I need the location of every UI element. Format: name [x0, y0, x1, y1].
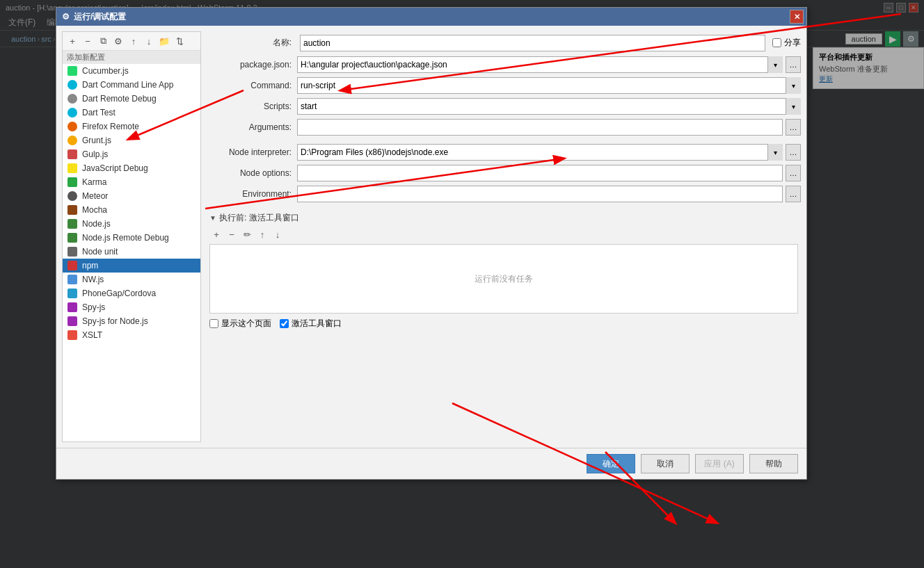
activate-window-checkbox[interactable] — [280, 319, 289, 328]
package-json-input[interactable] — [297, 56, 783, 73]
dart-test-icon — [67, 107, 78, 118]
before-launch-section: ▼ 执行前: 激活工具窗口 + − ✏ ↑ ↓ 运行前没有任务 — [207, 210, 801, 314]
show-page-checkbox[interactable] — [209, 319, 218, 328]
arguments-label: Arguments: — [207, 117, 297, 138]
list-section-header[interactable]: 添加新配置 — [63, 51, 200, 64]
dialog-title-bar: ⚙ 运行/调试配置 ✕ — [56, 8, 806, 26]
cancel-button[interactable]: 取消 — [641, 454, 690, 473]
list-item-dart-cmdline[interactable]: Dart Command Line App — [63, 78, 200, 92]
package-json-browse-button[interactable]: … — [786, 56, 801, 73]
package-json-label: package.json: — [207, 54, 297, 75]
node-options-cell: … — [297, 163, 801, 184]
copy-config-button[interactable]: ⧉ — [96, 34, 110, 48]
js-debug-icon — [67, 163, 78, 174]
list-item-xslt[interactable]: XSLT — [63, 328, 200, 342]
add-config-button[interactable]: + — [65, 34, 79, 48]
list-item-dart-remote[interactable]: Dart Remote Debug — [63, 92, 200, 106]
list-toolbar: + − ⧉ ⚙ ↑ ↓ 📁 ⇅ — [63, 32, 200, 51]
help-button[interactable]: 帮助 — [749, 454, 798, 473]
mocha-icon — [67, 204, 78, 216]
move-up-button[interactable]: ↑ — [127, 34, 141, 48]
launch-remove-button[interactable]: − — [225, 227, 239, 241]
settings-config-button[interactable]: ⚙ — [111, 34, 125, 48]
node-options-browse-button[interactable]: … — [786, 165, 801, 181]
gulp-icon — [67, 149, 78, 160]
grunt-icon — [67, 135, 78, 146]
xslt-icon — [67, 330, 78, 341]
show-page-label: 显示这个页面 — [221, 318, 271, 330]
dart-icon — [67, 79, 78, 90]
dialog-title-icon: ⚙ — [62, 12, 70, 22]
bottom-options: 显示这个页面 激活工具窗口 — [207, 314, 801, 334]
no-tasks-label: 运行前没有任务 — [475, 273, 533, 285]
scripts-wrapper: start ▾ — [297, 98, 801, 115]
launch-up-button[interactable]: ↑ — [255, 227, 269, 241]
launch-edit-button[interactable]: ✏ — [240, 227, 254, 241]
environment-label: Environment: — [207, 184, 297, 204]
environment-input[interactable] — [297, 186, 783, 202]
list-item-nwjs[interactable]: NW.js — [63, 273, 200, 286]
node-interpreter-cell: ▾ … — [297, 142, 801, 163]
launch-down-button[interactable]: ↓ — [271, 227, 285, 241]
sort-button[interactable]: ⇅ — [173, 34, 186, 48]
launch-task-area: 运行前没有任务 — [209, 244, 798, 314]
node-interpreter-input[interactable] — [297, 144, 783, 161]
activate-window-wrapper: 激活工具窗口 — [280, 318, 342, 330]
command-cell: run-script ▾ — [297, 75, 801, 96]
list-item-nodeunit[interactable]: Node unit — [63, 245, 200, 259]
name-label: 名称: — [207, 34, 297, 51]
firefox-icon — [67, 121, 78, 132]
share-checkbox[interactable] — [772, 38, 781, 47]
node-interpreter-label: Node interpreter: — [207, 142, 297, 163]
npm-icon — [67, 260, 78, 271]
environment-browse-button[interactable]: … — [786, 186, 801, 202]
list-item-mocha[interactable]: Mocha — [63, 203, 200, 217]
arguments-input[interactable] — [297, 119, 783, 136]
folder-button[interactable]: 📁 — [157, 34, 171, 48]
section-triangle-icon: ▼ — [209, 214, 216, 222]
scripts-select[interactable]: start — [297, 98, 801, 115]
launch-toolbar: + − ✏ ↑ ↓ — [209, 226, 798, 243]
list-item-grunt[interactable]: Grunt.js — [63, 133, 200, 147]
node-interpreter-browse-button[interactable]: … — [786, 144, 801, 161]
spy-icon — [67, 302, 78, 313]
apply-button[interactable]: 应用 (A) — [695, 454, 744, 473]
node-options-input[interactable] — [297, 165, 783, 181]
show-page-wrapper: 显示这个页面 — [209, 318, 271, 330]
package-json-wrapper: ▾ — [297, 56, 783, 73]
list-item-nodejs[interactable]: Node.js — [63, 217, 200, 231]
cucumber-icon — [67, 65, 78, 76]
environment-cell: … — [297, 184, 801, 204]
remove-config-button[interactable]: − — [81, 34, 95, 48]
meteor-icon — [67, 190, 78, 202]
modal-overlay: ⚙ 运行/调试配置 ✕ + − ⧉ ⚙ ↑ ↓ 📁 ⇅ 添加新配置 — [0, 0, 924, 568]
name-input[interactable] — [300, 35, 765, 51]
launch-add-button[interactable]: + — [209, 227, 223, 241]
list-item-karma[interactable]: Karma — [63, 175, 200, 189]
dart-remote-icon — [67, 93, 78, 104]
list-item-cucumber[interactable]: Cucumber.js — [63, 64, 200, 78]
list-item-spyjs[interactable]: Spy-js — [63, 300, 200, 314]
list-item-firefox[interactable]: Firefox Remote — [63, 120, 200, 133]
phonegap-icon — [67, 288, 78, 299]
list-item-js-debug[interactable]: JavaScript Debug — [63, 161, 200, 175]
list-item-dart-test[interactable]: Dart Test — [63, 106, 200, 120]
dialog-close-button[interactable]: ✕ — [790, 10, 804, 24]
before-launch-header[interactable]: ▼ 执行前: 激活工具窗口 — [209, 210, 798, 226]
node-interpreter-wrapper: ▾ — [297, 144, 783, 161]
list-item-nodejs-remote[interactable]: Node.js Remote Debug — [63, 231, 200, 245]
list-item-npm[interactable]: npm — [63, 259, 200, 273]
share-label: 分享 — [784, 37, 801, 49]
arguments-cell: … — [297, 117, 801, 138]
list-item-gulp[interactable]: Gulp.js — [63, 147, 200, 161]
before-launch-label: 执行前: 激活工具窗口 — [219, 212, 299, 224]
ok-button[interactable]: 确定 — [587, 454, 635, 473]
node-options-label: Node options: — [207, 163, 297, 184]
command-select[interactable]: run-script — [297, 77, 801, 94]
arguments-browse-button[interactable]: … — [786, 119, 801, 136]
karma-icon — [67, 177, 78, 188]
list-item-meteor[interactable]: Meteor — [63, 189, 200, 203]
move-down-button[interactable]: ↓ — [142, 34, 156, 48]
list-item-spyjs-nodejs[interactable]: Spy-js for Node.js — [63, 314, 200, 328]
list-item-phonegap[interactable]: PhoneGap/Cordova — [63, 286, 200, 300]
